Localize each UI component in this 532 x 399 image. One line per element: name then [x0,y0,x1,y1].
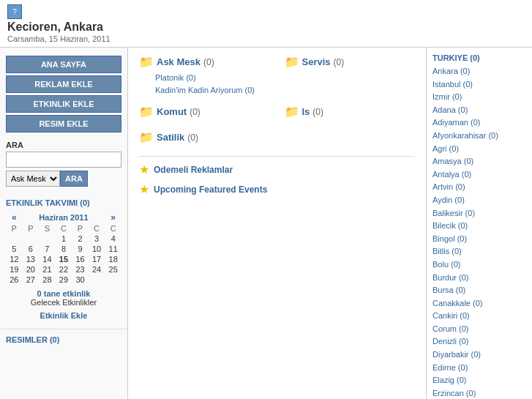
header-icon: ? [7,4,22,19]
city-link[interactable]: Cankiri (0) [432,310,526,323]
etkinlik-ekle-button[interactable]: ETKINLIK EKLE [6,95,121,113]
calendar-week-3: 12 13 14 15 16 17 18 [6,254,121,264]
folder-icon-servis: 📁 [285,55,299,69]
reklam-ekle-button[interactable]: REKLAM EKLE [6,75,121,93]
resimler-title: RESIMLER (0) [6,335,121,344]
city-link[interactable]: Afyonkarahisar (0) [432,130,526,143]
city-link[interactable]: Edirne (0) [432,362,526,375]
category-servis: 📁 Servis (0) [285,55,416,96]
city-link[interactable]: Erzincan (0) [432,387,526,399]
komut-count: (0) [190,107,201,117]
calendar: « Haziran 2011 » P P S C P C C [6,212,121,285]
category-komut: 📁 Komut (0) [139,105,270,122]
city-link[interactable]: Adiyaman (0) [432,116,526,130]
calendar-month: Haziran 2011 [23,212,105,223]
etkinlik-zero: 0 tane etkinlik [37,289,91,298]
ana-sayfa-button[interactable]: ANA SAYFA [6,56,121,73]
folder-icon-is: 📁 [285,105,299,119]
city-link[interactable]: Izmir (0) [432,91,526,104]
satilik-link[interactable]: Satilik [157,132,184,143]
city-link[interactable]: Bingol (0) [432,233,526,246]
city-link[interactable]: Bilecik (0) [432,220,526,233]
folder-icon-komut: 📁 [139,105,154,119]
servis-count: (0) [334,57,345,67]
category-ask-mesk: 📁 Ask Mesk (0) Platonik (0) Kadin'im Kad… [139,55,270,96]
main-content: 📁 Ask Mesk (0) Platonik (0) Kadin'im Kad… [128,48,426,399]
city-link[interactable]: Bolu (0) [432,258,526,272]
folder-icon-satilik: 📁 [139,130,154,144]
city-list: Ankara (0)Istanbul (0)Izmir (0)Adana (0)… [432,65,526,399]
category-satilik-header: 📁 Satilik (0) [139,130,270,144]
calendar-next[interactable]: » [105,212,121,223]
city-link[interactable]: Adana (0) [432,104,526,117]
right-sidebar: TURKIYE (0) Ankara (0)Istanbul (0)Izmir … [426,48,532,399]
kadin-link[interactable]: Kadin'im Kadin Ariyorum (0) [155,84,270,97]
odemeli-item: ★ Odemeli Reklamlar [139,163,415,176]
city-link[interactable]: Antalya (0) [432,168,526,182]
ask-mesk-count: (0) [203,57,214,67]
search-row: Ask Mesk Servis Is Komut Satilik ARA [6,171,121,187]
city-link[interactable]: Amasya (0) [432,155,526,168]
header-title: Kecioren, Ankara [7,20,525,34]
category-servis-header: 📁 Servis (0) [285,55,416,69]
city-link[interactable]: Denizli (0) [432,335,526,348]
upcoming-link[interactable]: Upcoming Featured Events [154,184,267,195]
resim-ekle-button[interactable]: RESIM EKLE [6,115,121,133]
category-is: 📁 Is (0) [285,105,416,122]
etkinlik-title: ETKINLIK TAKVIMI (0) [6,198,121,207]
etkinlik-future: Gelecek Etkinlikler [31,298,97,307]
header: ? Kecioren, Ankara Carsamba, 15 Haziran,… [0,0,532,48]
etkinlik-add-link[interactable]: Etkinlik Ekle [6,311,121,320]
upcoming-item: ★ Upcoming Featured Events [139,182,415,196]
city-link[interactable]: Balikesir (0) [432,207,526,220]
category-row-1: 📁 Ask Mesk (0) Platonik (0) Kadin'im Kad… [139,55,415,96]
category-satilik: 📁 Satilik (0) [139,130,270,147]
city-link[interactable]: Bursa (0) [432,284,526,297]
city-link[interactable]: Istanbul (0) [432,78,526,92]
city-link[interactable]: Bitlis (0) [432,245,526,258]
folder-icon: 📁 [139,55,154,69]
category-ask-mesk-header: 📁 Ask Mesk (0) [139,55,270,69]
star-icon-upcoming: ★ [139,182,149,196]
is-count: (0) [312,107,323,117]
komut-link[interactable]: Komut [157,106,187,117]
layout: ANA SAYFA REKLAM EKLE ETKINLIK EKLE RESI… [0,48,532,399]
platonik-link[interactable]: Platonik (0) [155,72,270,84]
city-link[interactable]: Ankara (0) [432,65,526,78]
satilik-count: (0) [187,133,198,143]
featured-section: ★ Odemeli Reklamlar ★ Upcoming Featured … [139,163,415,196]
ask-mesk-subs: Platonik (0) Kadin'im Kadin Ariyorum (0) [139,72,270,96]
search-label: ARA [6,141,121,149]
city-link[interactable]: Canakkale (0) [432,297,526,310]
city-link[interactable]: Corum (0) [432,323,526,336]
city-link[interactable]: Aydin (0) [432,194,526,207]
search-dropdown[interactable]: Ask Mesk Servis Is Komut Satilik [6,171,60,187]
left-sidebar: ANA SAYFA REKLAM EKLE ETKINLIK EKLE RESI… [0,48,128,399]
category-komut-header: 📁 Komut (0) [139,105,270,119]
star-icon-odemeli: ★ [139,163,149,176]
city-link[interactable]: Agri (0) [432,143,526,156]
city-link[interactable]: Burdur (0) [432,272,526,285]
search-input[interactable] [6,152,121,168]
servis-link[interactable]: Servis [302,56,331,67]
calendar-week-2: 5 6 7 8 9 10 11 [6,244,121,254]
calendar-day-headers: P P S C P C C [6,223,121,234]
city-link[interactable]: Diyarbakir (0) [432,348,526,362]
category-is-header: 📁 Is (0) [285,105,416,119]
city-link[interactable]: Elazig (0) [432,374,526,387]
category-placeholder [285,130,416,147]
odemeli-link[interactable]: Odemeli Reklamlar [154,165,233,175]
is-link[interactable]: Is [302,106,310,117]
turkey-title: TURKIYE (0) [432,53,526,62]
resimler-section: RESIMLER (0) [0,329,127,350]
city-link[interactable]: Artvin (0) [432,181,526,194]
search-section: ARA Ask Mesk Servis Is Komut Satilik ARA [0,135,127,193]
ask-mesk-link[interactable]: Ask Mesk [157,56,201,67]
calendar-week-1: 1 2 3 4 [6,234,121,244]
search-button[interactable]: ARA [60,171,88,187]
calendar-week-5: 26 27 28 29 30 [6,275,121,285]
calendar-prev[interactable]: « [6,212,23,223]
etkinlik-summary: 0 tane etkinlik Gelecek Etkinlikler [6,285,121,310]
category-row-3: 📁 Satilik (0) [139,130,415,147]
category-row-2: 📁 Komut (0) 📁 Is (0) [139,105,415,122]
